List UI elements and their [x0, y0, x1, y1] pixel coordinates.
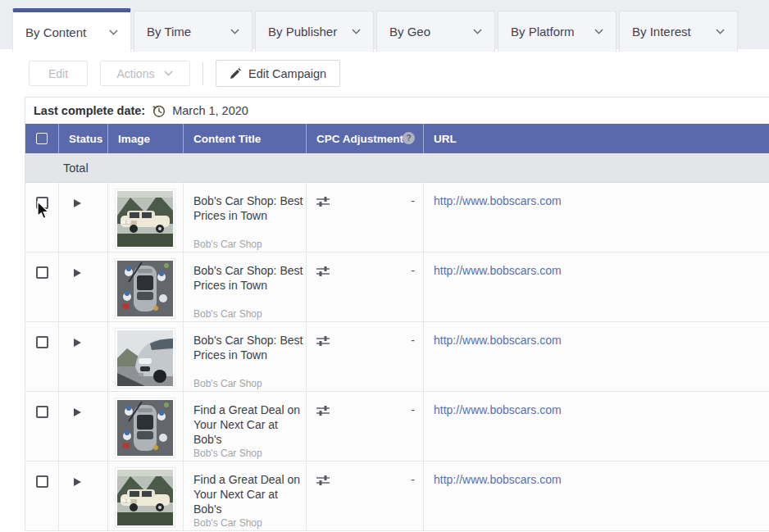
last-complete-date-bar: Last complete date: March 1, 2020	[25, 98, 769, 124]
row-cpc-cell: -	[306, 462, 423, 530]
tab-label: By Interest	[632, 25, 691, 39]
edit-campaign-label: Edit Campaign	[248, 67, 326, 80]
table-row: Find a Great Deal on Your Next Car at Bo…	[25, 392, 769, 462]
row-url-cell: http://www.bobscars.com	[423, 183, 769, 252]
tab-label: By Geo	[389, 25, 430, 39]
row-checkbox-cell	[25, 183, 58, 252]
chevron-down-icon	[473, 29, 482, 34]
total-label: Total	[63, 161, 89, 175]
cpc-sliders-icon[interactable]	[316, 196, 330, 207]
cpc-sliders-icon[interactable]	[316, 475, 330, 486]
report-tab-by-publisher[interactable]: By Publisher	[255, 11, 374, 52]
row-checkbox-cell	[25, 462, 58, 530]
row-url-cell: http://www.bobscars.com	[423, 252, 769, 321]
cpc-value: -	[411, 473, 415, 486]
row-status-cell	[58, 183, 107, 252]
history-clock-icon	[152, 104, 166, 118]
tab-label: By Publisher	[268, 25, 337, 39]
table-row: Bob's Car Shop: Best Prices in Town Bob'…	[25, 183, 769, 252]
toolbar: Edit Actions Edit Campaign	[0, 49, 769, 87]
content-url-link[interactable]: http://www.bobscars.com	[434, 264, 562, 277]
advertiser-name: Bob's Car Shop	[193, 237, 262, 252]
content-url-link[interactable]: http://www.bobscars.com	[434, 334, 562, 347]
row-status-cell	[58, 462, 107, 530]
tab-label: By Content	[25, 25, 86, 39]
header-image: Image	[107, 124, 183, 153]
toolbar-divider	[202, 62, 203, 85]
status-play-icon[interactable]	[74, 199, 81, 207]
row-checkbox[interactable]	[36, 197, 48, 209]
row-checkbox[interactable]	[36, 266, 48, 279]
edit-button[interactable]: Edit	[29, 61, 88, 86]
content-thumbnail-convertible-overhead	[115, 398, 175, 458]
row-title-cell: Bob's Car Shop: Best Prices in Town Bob'…	[183, 183, 306, 252]
advertiser-name: Bob's Car Shop	[193, 307, 262, 321]
table-body: Bob's Car Shop: Best Prices in Town Bob'…	[25, 183, 769, 531]
content-thumbnail-vintage-car-mountains	[115, 189, 175, 249]
row-checkbox-cell	[25, 392, 58, 461]
report-tab-by-content[interactable]: By Content	[12, 8, 131, 52]
last-complete-date-label: Last complete date:	[34, 104, 145, 117]
row-checkbox[interactable]	[36, 406, 48, 418]
content-title: Find a Great Deal on Your Next Car at Bo…	[193, 473, 300, 516]
cpc-sliders-icon[interactable]	[316, 266, 330, 277]
last-complete-date-value: March 1, 2020	[172, 104, 248, 117]
row-url-cell: http://www.bobscars.com	[423, 392, 769, 461]
row-title-cell: Find a Great Deal on Your Next Car at Bo…	[183, 392, 306, 461]
cpc-sliders-icon[interactable]	[316, 405, 330, 416]
status-play-icon[interactable]	[74, 408, 81, 416]
report-tabs-bar: By Content By Time By Publisher By Geo B…	[0, 0, 769, 49]
tab-label: By Time	[147, 25, 191, 39]
content-thumbnail-convertible-overhead	[115, 258, 175, 319]
cpc-value: -	[411, 194, 415, 207]
cpc-value: -	[411, 334, 415, 347]
edit-campaign-button[interactable]: Edit Campaign	[216, 60, 340, 87]
content-area: Edit Actions Edit Campaign Last complete…	[0, 49, 769, 532]
row-checkbox-cell	[25, 322, 58, 391]
status-play-icon[interactable]	[74, 269, 81, 277]
row-image-cell	[107, 392, 183, 461]
advertiser-name: Bob's Car Shop	[193, 516, 262, 530]
row-image-cell	[107, 462, 183, 530]
report-tab-by-time[interactable]: By Time	[134, 11, 253, 52]
header-content-title: Content Title	[183, 124, 306, 153]
status-play-icon[interactable]	[74, 478, 81, 486]
actions-button-label: Actions	[117, 67, 155, 80]
content-title: Bob's Car Shop: Best Prices in Town	[193, 334, 303, 361]
row-image-cell	[107, 322, 183, 391]
header-cpc-label: CPC Adjustment	[316, 133, 403, 145]
tab-label: By Platform	[511, 25, 575, 39]
row-checkbox[interactable]	[36, 336, 48, 348]
row-url-cell: http://www.bobscars.com	[423, 322, 769, 391]
content-url-link[interactable]: http://www.bobscars.com	[434, 194, 562, 207]
content-url-link[interactable]: http://www.bobscars.com	[434, 403, 562, 416]
header-cpc-adjustment: CPC Adjustment ?	[306, 124, 423, 153]
report-tab-by-interest[interactable]: By Interest	[619, 11, 738, 52]
content-url-link[interactable]: http://www.bobscars.com	[434, 473, 562, 486]
select-all-checkbox[interactable]	[36, 133, 48, 144]
row-image-cell	[107, 183, 183, 252]
row-title-cell: Find a Great Deal on Your Next Car at Bo…	[183, 462, 306, 530]
table-header-row: Status Image Content Title CPC Adjustmen…	[25, 124, 769, 153]
advertiser-name: Bob's Car Shop	[193, 376, 262, 391]
content-thumbnail-silver-car-road	[115, 328, 175, 389]
row-checkbox-cell	[25, 252, 58, 321]
chevron-down-icon	[594, 29, 603, 34]
content-thumbnail-vintage-car-mountains	[115, 467, 175, 528]
report-tab-by-platform[interactable]: By Platform	[498, 11, 617, 52]
report-tab-by-geo[interactable]: By Geo	[376, 11, 495, 52]
cpc-value: -	[411, 264, 415, 277]
cpc-value: -	[411, 403, 415, 416]
row-checkbox[interactable]	[36, 475, 48, 488]
row-title-cell: Bob's Car Shop: Best Prices in Town Bob'…	[183, 322, 306, 391]
header-url: URL	[423, 124, 769, 153]
status-play-icon[interactable]	[74, 339, 81, 347]
content-title: Bob's Car Shop: Best Prices in Town	[193, 194, 303, 222]
table-row: Bob's Car Shop: Best Prices in Town Bob'…	[25, 322, 769, 392]
row-title-cell: Bob's Car Shop: Best Prices in Town Bob'…	[183, 252, 306, 321]
help-icon[interactable]: ?	[403, 132, 415, 144]
actions-button[interactable]: Actions	[100, 61, 190, 86]
cpc-sliders-icon[interactable]	[316, 335, 330, 347]
row-status-cell	[58, 252, 107, 321]
row-cpc-cell: -	[306, 322, 423, 391]
